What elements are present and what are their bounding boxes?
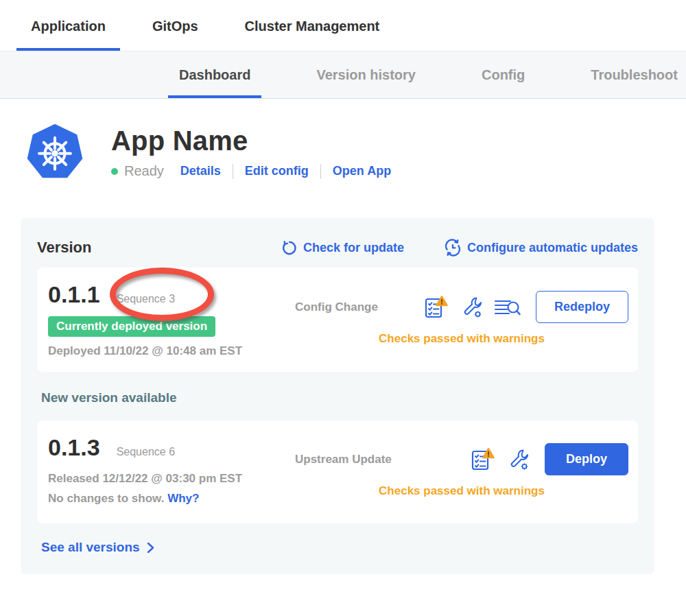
version-panel: Version Check for update Configure autom…: [21, 218, 654, 574]
lines-magnifier-icon[interactable]: [493, 297, 521, 318]
check-for-update-button[interactable]: Check for update: [281, 239, 404, 257]
page-title: App Name: [111, 126, 391, 156]
chevron-right-icon: [147, 542, 154, 554]
gear-part: [475, 311, 481, 317]
open-app-link[interactable]: Open App: [333, 164, 391, 178]
tab-config[interactable]: Config: [471, 51, 536, 98]
details-link[interactable]: Details: [180, 164, 221, 178]
current-version-card: 0.1.1 Sequence 3 Currently deployed vers…: [37, 268, 638, 372]
divider: [233, 164, 233, 179]
version-panel-title: Version: [37, 239, 91, 257]
no-changes-text: No changes to show.: [48, 492, 164, 505]
app-section-nav: Dashboard Version history Config Trouble…: [0, 51, 686, 99]
new-version-heading: New version available: [41, 390, 638, 405]
version-source-label: Upstream Update: [295, 453, 392, 466]
current-version-number: 0.1.1: [48, 281, 100, 308]
primary-nav: Application GitOps Cluster Management: [0, 0, 686, 51]
current-version-sequence: Sequence 3: [117, 293, 175, 305]
kubernetes-logo: [25, 122, 85, 182]
tab-application[interactable]: Application: [16, 19, 120, 51]
check-for-update-label: Check for update: [303, 241, 404, 255]
preflight-status-text: Checks passed with warnings: [295, 484, 628, 498]
currently-deployed-badge: Currently deployed version: [48, 316, 215, 337]
divider: [320, 164, 321, 179]
preflight-status-text: Checks passed with warnings: [295, 332, 628, 346]
status-text: Ready: [124, 163, 164, 179]
wrench-gear-icon[interactable]: [460, 295, 483, 320]
refresh-icon: [281, 239, 298, 257]
see-all-versions-link[interactable]: See all versions: [41, 540, 638, 555]
configure-automatic-updates-label: Configure automatic updates: [467, 241, 638, 255]
tab-version-history[interactable]: Version history: [305, 51, 427, 98]
app-header: App Name Ready Details Edit config Open …: [25, 122, 686, 182]
configure-automatic-updates-button[interactable]: Configure automatic updates: [444, 239, 638, 257]
checklist-warning-icon[interactable]: [470, 447, 496, 472]
checklist-warning-icon[interactable]: [423, 295, 449, 320]
see-all-versions-label: See all versions: [41, 540, 140, 555]
available-version-card: 0.1.3 Sequence 6 Released 12/12/22 @ 03:…: [37, 420, 638, 523]
tab-gitops[interactable]: GitOps: [138, 19, 213, 51]
status-ready-dot: [111, 168, 118, 175]
tab-troubleshoot[interactable]: Troubleshoot: [580, 51, 686, 98]
released-timestamp: Released 12/12/22 @ 03:30 pm EST: [48, 472, 295, 486]
edit-config-link[interactable]: Edit config: [245, 164, 309, 178]
tab-cluster-management[interactable]: Cluster Management: [230, 19, 394, 51]
available-version-sequence: Sequence 6: [117, 446, 175, 458]
wrench-gear-icon[interactable]: [506, 447, 530, 472]
version-source-label: Config Change: [295, 300, 378, 314]
redeploy-button[interactable]: Redeploy: [536, 291, 628, 323]
tab-dashboard[interactable]: Dashboard: [168, 51, 261, 98]
deploy-button[interactable]: Deploy: [545, 443, 628, 475]
why-link[interactable]: Why?: [167, 492, 199, 505]
clock-sync-icon: [444, 239, 462, 257]
deployed-timestamp: Deployed 11/10/22 @ 10:48 am EST: [48, 344, 295, 358]
available-version-number: 0.1.3: [48, 434, 100, 461]
